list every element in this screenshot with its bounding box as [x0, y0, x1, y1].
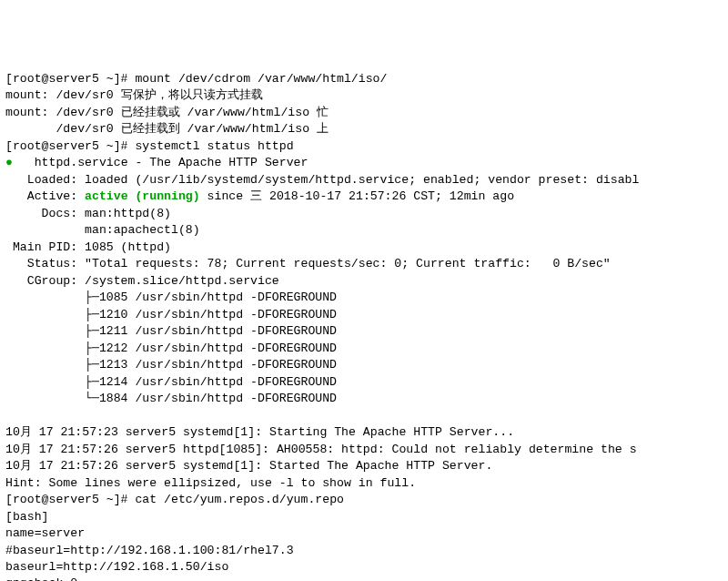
docs-line: Docs: man:httpd(8) — [5, 207, 171, 220]
command: mount /dev/cdrom /var/www/html/iso/ — [135, 72, 387, 86]
status-dot-icon: ● — [5, 156, 13, 169]
output-line: mount: /dev/sr0 已经挂载或 /var/www/html/iso … — [5, 106, 329, 119]
process-line: ├─1210 /usr/sbin/httpd -DFOREGROUND — [5, 308, 337, 321]
repo-line: #baseurl=http://192.168.1.100:81/rhel7.3 — [5, 544, 294, 557]
loaded-line: Loaded: loaded (/usr/lib/systemd/system/… — [5, 173, 639, 187]
cgroup-line: CGroup: /system.slice/httpd.service — [5, 274, 279, 288]
docs-line: man:apachectl(8) — [5, 223, 200, 237]
prompt: [root@server5 ~]# — [5, 139, 135, 153]
journal-line: 10月 17 21:57:26 server5 systemd[1]: Star… — [5, 459, 492, 473]
status-text-line: Status: "Total requests: 78; Current req… — [5, 257, 611, 270]
service-description: httpd.service - The Apache HTTP Server — [13, 156, 308, 169]
output-line: mount: /dev/sr0 写保护，将以只读方式挂载 — [5, 88, 263, 102]
journal-line: 10月 17 21:57:23 server5 systemd[1]: Star… — [5, 425, 514, 439]
hint-line: Hint: Some lines were ellipsized, use -l… — [5, 476, 416, 490]
terminal[interactable]: [root@server5 ~]# mount /dev/cdrom /var/… — [5, 71, 723, 581]
active-state: active (running) — [85, 189, 200, 203]
process-line: ├─1213 /usr/sbin/httpd -DFOREGROUND — [5, 358, 337, 372]
repo-line: [bash] — [5, 510, 48, 524]
output-line: /dev/sr0 已经挂载到 /var/www/html/iso 上 — [5, 122, 329, 136]
process-line: ├─1212 /usr/sbin/httpd -DFOREGROUND — [5, 341, 337, 355]
mainpid-line: Main PID: 1085 (httpd) — [5, 240, 171, 254]
process-line: └─1884 /usr/sbin/httpd -DFOREGROUND — [5, 392, 337, 405]
prompt: [root@server5 ~]# — [5, 493, 135, 506]
prompt: [root@server5 ~]# — [5, 72, 135, 86]
process-line: ├─1085 /usr/sbin/httpd -DFOREGROUND — [5, 290, 337, 304]
command: systemctl status httpd — [135, 139, 293, 153]
repo-line: gpgcheck=0 — [5, 576, 77, 581]
active-suffix: since 三 2018-10-17 21:57:26 CST; 12min a… — [200, 189, 514, 203]
command: cat /etc/yum.repos.d/yum.repo — [135, 493, 344, 506]
process-line: ├─1214 /usr/sbin/httpd -DFOREGROUND — [5, 375, 337, 389]
process-line: ├─1211 /usr/sbin/httpd -DFOREGROUND — [5, 324, 337, 338]
journal-line: 10月 17 21:57:26 server5 httpd[1085]: AH0… — [5, 443, 637, 456]
repo-line: name=server — [5, 526, 85, 540]
active-prefix: Active: — [5, 189, 85, 203]
repo-line: baseurl=http://192.168.1.50/iso — [5, 560, 228, 574]
